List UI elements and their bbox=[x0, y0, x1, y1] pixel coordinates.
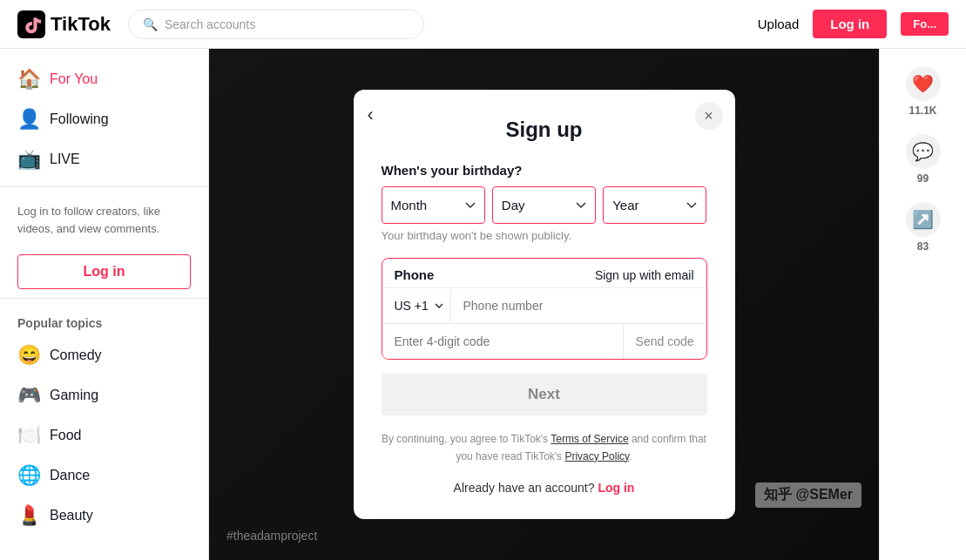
live-icon: 📺 bbox=[17, 148, 41, 171]
phone-tab[interactable]: Phone bbox=[395, 267, 435, 282]
sidebar-login-button[interactable]: Log in bbox=[17, 254, 191, 289]
phone-section: Phone Sign up with email US +1 Send code bbox=[382, 258, 707, 360]
code-input[interactable] bbox=[382, 324, 623, 359]
header-right: Upload Log in Fo... bbox=[758, 10, 949, 38]
tiktok-logo-icon bbox=[17, 10, 45, 38]
modal-back-button[interactable]: ‹ bbox=[368, 104, 374, 126]
phone-number-input[interactable] bbox=[451, 288, 706, 323]
sidebar-item-label: Dance bbox=[50, 468, 90, 483]
sidebar-item-live[interactable]: 📺 LIVE bbox=[0, 139, 208, 179]
already-account-text: Already have an account? bbox=[454, 481, 595, 495]
login-link[interactable]: Log in bbox=[598, 481, 634, 495]
already-account: Already have an account? Log in bbox=[382, 481, 707, 495]
logo-text: TikTok bbox=[51, 13, 111, 36]
gaming-icon: 🎮 bbox=[17, 384, 41, 407]
sidebar-item-following[interactable]: 👤 Following bbox=[0, 99, 208, 139]
sidebar-item-for-you[interactable]: 🏠 For You bbox=[0, 59, 208, 99]
sidebar-item-label: Following bbox=[50, 111, 109, 127]
like-button[interactable]: ❤️ bbox=[906, 66, 941, 101]
sidebar-item-label: Beauty bbox=[50, 508, 93, 523]
birthday-label: When's your birthday? bbox=[382, 163, 707, 178]
sidebar-item-label: Comedy bbox=[50, 347, 102, 363]
search-bar[interactable]: 🔍 Search accounts bbox=[128, 10, 424, 39]
upload-button[interactable]: Upload bbox=[758, 17, 800, 31]
terms-text: By continuing, you agree to TikTok's Ter… bbox=[382, 431, 707, 464]
beauty-icon: 💄 bbox=[17, 504, 41, 527]
country-select[interactable]: US +1 bbox=[382, 288, 451, 323]
phone-header: Phone Sign up with email bbox=[382, 259, 706, 288]
next-button[interactable]: Next bbox=[382, 374, 707, 415]
email-tab[interactable]: Sign up with email bbox=[595, 268, 694, 282]
birthday-selects: Month JanuaryFebruaryMarch AprilMayJune … bbox=[382, 186, 707, 224]
search-icon: 🔍 bbox=[143, 17, 158, 31]
login-button[interactable]: Log in bbox=[813, 10, 887, 38]
modal-overlay: ‹ × Sign up When's your birthday? Month … bbox=[209, 49, 879, 560]
popular-topics-label: Popular topics bbox=[0, 306, 208, 335]
following-icon: 👤 bbox=[17, 108, 41, 131]
sidebar-divider bbox=[0, 186, 208, 187]
phone-input-row: US +1 bbox=[382, 288, 706, 324]
search-placeholder: Search accounts bbox=[165, 17, 255, 31]
food-icon: 🍽️ bbox=[17, 424, 41, 447]
share-button[interactable]: ↗️ bbox=[906, 202, 941, 237]
main-layout: 🏠 For You 👤 Following 📺 LIVE Log in to f… bbox=[0, 49, 966, 560]
sidebar-item-comedy[interactable]: 😄 Comedy bbox=[0, 335, 208, 375]
send-code-button[interactable]: Send code bbox=[623, 324, 706, 359]
follow-button[interactable]: Fo... bbox=[901, 12, 949, 36]
sidebar-item-label: Gaming bbox=[50, 388, 98, 403]
comedy-icon: 😄 bbox=[17, 344, 41, 367]
sidebar: 🏠 For You 👤 Following 📺 LIVE Log in to f… bbox=[0, 49, 209, 560]
sidebar-item-label: For You bbox=[50, 71, 98, 87]
sidebar-item-food[interactable]: 🍽️ Food bbox=[0, 415, 208, 455]
content-area: #theadamproject 知乎 @SEMer ‹ × Sign up Wh… bbox=[209, 49, 879, 560]
year-select[interactable]: Year bbox=[603, 186, 706, 224]
share-action: ↗️ 83 bbox=[906, 202, 941, 253]
logo: TikTok bbox=[17, 10, 111, 38]
dance-icon: 🌐 bbox=[17, 464, 41, 487]
sidebar-divider-2 bbox=[0, 298, 208, 299]
login-prompt: Log in to follow creators, like videos, … bbox=[0, 194, 208, 246]
signup-modal: ‹ × Sign up When's your birthday? Month … bbox=[354, 90, 735, 518]
day-select[interactable]: Day bbox=[492, 186, 596, 224]
sidebar-item-beauty[interactable]: 💄 Beauty bbox=[0, 496, 208, 536]
sidebar-item-dance[interactable]: 🌐 Dance bbox=[0, 455, 208, 496]
close-icon: × bbox=[704, 107, 713, 125]
modal-title: Sign up bbox=[382, 118, 707, 142]
month-select[interactable]: Month JanuaryFebruaryMarch AprilMayJune … bbox=[382, 186, 485, 224]
like-action: ❤️ 11.1K bbox=[906, 66, 941, 117]
comment-button[interactable]: 💬 bbox=[906, 134, 941, 169]
terms-of-service-link[interactable]: Terms of Service bbox=[551, 433, 628, 445]
header: TikTok 🔍 Search accounts Upload Log in F… bbox=[0, 0, 966, 49]
chevron-left-icon: ‹ bbox=[368, 104, 374, 125]
sidebar-item-gaming[interactable]: 🎮 Gaming bbox=[0, 375, 208, 415]
home-icon: 🏠 bbox=[17, 68, 41, 91]
sidebar-item-label: LIVE bbox=[50, 152, 80, 167]
modal-close-button[interactable]: × bbox=[695, 102, 723, 130]
privacy-policy-link[interactable]: Privacy Policy bbox=[564, 450, 629, 462]
share-count: 83 bbox=[917, 240, 929, 253]
comment-action: 💬 99 bbox=[906, 134, 941, 185]
sidebar-item-label: Food bbox=[50, 428, 81, 443]
code-row: Send code bbox=[382, 324, 706, 359]
birthday-note: Your birthday won't be shown publicly. bbox=[382, 229, 707, 242]
like-count: 11.1K bbox=[909, 105, 936, 117]
right-panel: ❤️ 11.1K 💬 99 ↗️ 83 bbox=[879, 49, 966, 560]
comment-count: 99 bbox=[917, 172, 929, 185]
